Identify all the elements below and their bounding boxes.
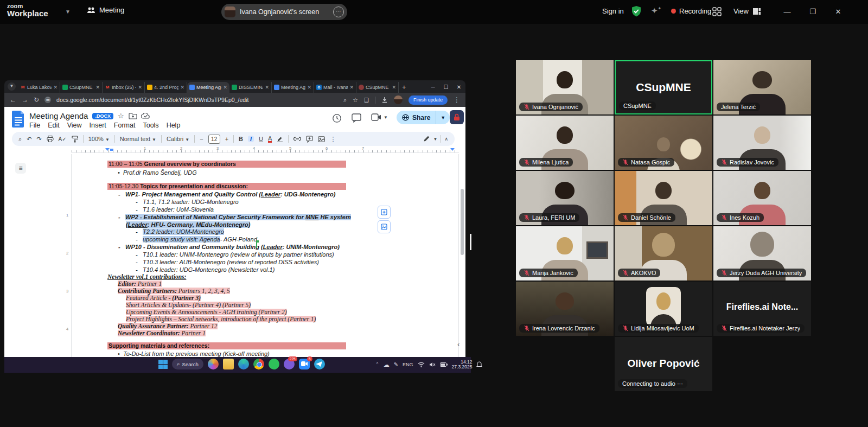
window-edge-handle[interactable] [470, 234, 471, 250]
browser-minimize-button[interactable]: ─ [426, 82, 439, 93]
copilot-icon[interactable] [208, 359, 219, 369]
windows-start-button[interactable] [158, 360, 168, 369]
zoom-page-icon[interactable]: ⌕ [343, 97, 347, 104]
left-indent-marker[interactable] [105, 148, 110, 151]
editing-mode-dropdown[interactable]: ▼ [433, 137, 437, 142]
participant-tile[interactable]: Jerzy Duda AGH University [713, 226, 811, 281]
account-avatar[interactable] [450, 110, 464, 124]
battery-icon[interactable] [440, 362, 448, 367]
finish-update-button[interactable]: Finish update [409, 95, 448, 105]
add-comment-icon[interactable] [306, 136, 313, 143]
tray-expand-icon[interactable]: ⌃ [375, 359, 379, 370]
comments-icon[interactable] [352, 113, 361, 123]
reload-icon[interactable]: ↻ [34, 96, 39, 104]
undo-icon[interactable]: ↶ [27, 136, 31, 143]
back-icon[interactable]: ← [10, 96, 16, 104]
participant-tile[interactable]: Natasa Gospic [615, 116, 712, 170]
pen-icon[interactable]: ✎ [394, 359, 398, 370]
telegram-icon[interactable] [314, 359, 325, 369]
participant-tile-active-speaker[interactable]: CSupMNE CSupMNE [615, 60, 712, 114]
browser-tab[interactable]: oMail - Ivana✕ [314, 82, 356, 93]
close-icon[interactable]: ✕ [95, 85, 100, 90]
spellcheck-icon[interactable]: A✓ [59, 136, 67, 142]
wifi-icon[interactable] [418, 362, 425, 367]
menu-file[interactable]: File [29, 122, 40, 129]
participant-tile[interactable]: AKOKVO [615, 226, 712, 281]
participant-tile[interactable]: Radislav Jovovic [713, 116, 811, 170]
chevron-left-icon[interactable]: ‹ [457, 340, 459, 348]
insert-image-icon[interactable] [318, 136, 325, 142]
taskbar-clock[interactable]: 14:12 27.3.2025 [452, 360, 473, 370]
hide-menus-icon[interactable]: ∧ [444, 136, 448, 142]
browser-tab-active[interactable]: Meeting Age✕ [187, 82, 229, 93]
participant-tile[interactable]: Jelena Terzić [713, 60, 811, 114]
menu-format[interactable]: Format [114, 122, 136, 129]
share-button[interactable]: Share ▼ [397, 111, 450, 124]
ai-companion-icon[interactable]: ✦✦ [651, 6, 661, 16]
menu-help[interactable]: Help [167, 122, 181, 129]
edge-icon[interactable] [238, 359, 249, 369]
browser-tab[interactable]: CSupMNE✕ [356, 82, 399, 93]
insert-link-icon[interactable] [293, 137, 301, 141]
participant-tile[interactable]: Daniel Schönle [615, 171, 712, 225]
sign-in-button[interactable]: Sign in [602, 7, 624, 15]
zoom-app-icon[interactable]: 6 [299, 359, 310, 369]
tab-stop-marker[interactable] [110, 149, 113, 151]
participant-tile[interactable]: Irena Lovrencic Drzanic [516, 282, 614, 336]
zoom-select[interactable]: 100% ▼ [88, 136, 110, 142]
browser-restore-button[interactable]: ☐ [439, 82, 452, 93]
minimize-button[interactable]: — [778, 4, 796, 20]
site-info-icon[interactable]: ☰ [44, 97, 51, 103]
ellipsis-icon[interactable]: ⋯ [333, 7, 344, 17]
close-icon[interactable]: ✕ [223, 85, 227, 90]
tab-search-icon[interactable]: ▼ [8, 82, 16, 91]
participant-tile[interactable]: Ivana Ognjanović [516, 60, 614, 114]
participant-tile[interactable]: Fireflies.ai Note... Fireflies.ai Noteta… [713, 282, 811, 336]
restore-button[interactable]: ❐ [803, 4, 822, 20]
redo-icon[interactable]: ↷ [36, 136, 41, 143]
file-explorer-icon[interactable] [223, 359, 234, 369]
google-docs-logo[interactable] [12, 111, 25, 128]
close-icon[interactable]: ✕ [138, 85, 142, 90]
browser-tab[interactable]: MInbox (25) -✕ [103, 82, 145, 93]
bold-button[interactable]: B [239, 136, 243, 142]
download-icon[interactable] [381, 97, 388, 103]
underline-button[interactable]: U [259, 136, 263, 142]
close-icon[interactable]: ✕ [392, 85, 396, 90]
chrome-icon[interactable] [253, 359, 264, 369]
font-size-increase[interactable]: + [225, 136, 228, 142]
right-indent-marker[interactable] [450, 148, 455, 151]
meet-button[interactable]: ▼ [371, 113, 388, 121]
chevron-down-icon[interactable]: ▼ [65, 9, 71, 15]
version-history-icon[interactable] [332, 113, 342, 123]
participant-tile[interactable]: Oliver Popović Connecting to audio ··· [615, 337, 712, 391]
forward-icon[interactable]: → [22, 96, 28, 104]
close-icon[interactable]: ✕ [180, 85, 184, 90]
shared-screen-pill[interactable]: Ivana Ognjanović's screen ⋯ [221, 4, 347, 20]
bookmark-star-icon[interactable]: ☆ [353, 97, 358, 104]
participant-tile[interactable]: Marija Jankovic [516, 226, 614, 281]
participant-tile[interactable]: Ines Kozuh [713, 171, 811, 225]
browser-menu-icon[interactable]: ⋮ [454, 96, 460, 104]
apps-grid-icon[interactable] [712, 7, 722, 16]
menu-edit[interactable]: Edit [48, 122, 60, 129]
participant-tile[interactable]: Milena Ljutica [516, 116, 614, 170]
star-icon[interactable]: ☆ [118, 112, 124, 120]
address-bar[interactable]: docs.google.com/document/d/1yt0ZzKbCHo2I… [56, 97, 248, 103]
close-icon[interactable]: ✕ [265, 85, 269, 90]
browser-tab[interactable]: 4. 2nd Progr✕ [145, 82, 187, 93]
new-tab-button[interactable]: + [402, 83, 406, 91]
notifications-bell-icon[interactable] [476, 361, 482, 368]
profile-avatar[interactable] [394, 95, 403, 104]
browser-close-button[interactable]: ✕ [452, 82, 465, 93]
security-shield-icon[interactable] [631, 5, 642, 17]
editing-mode-pencil-icon[interactable] [423, 136, 430, 142]
menu-view[interactable]: View [67, 122, 82, 129]
close-icon[interactable]: ✕ [307, 85, 311, 90]
speaker-muted-icon[interactable] [429, 362, 436, 367]
cloud-status-icon[interactable] [141, 113, 150, 119]
taskbar-search[interactable]: ⌕ Search [172, 359, 203, 369]
paint-format-icon[interactable] [72, 136, 78, 143]
browser-tab[interactable]: CSupMNE m✕ [60, 82, 103, 93]
share-dropdown[interactable]: ▼ [436, 115, 450, 120]
